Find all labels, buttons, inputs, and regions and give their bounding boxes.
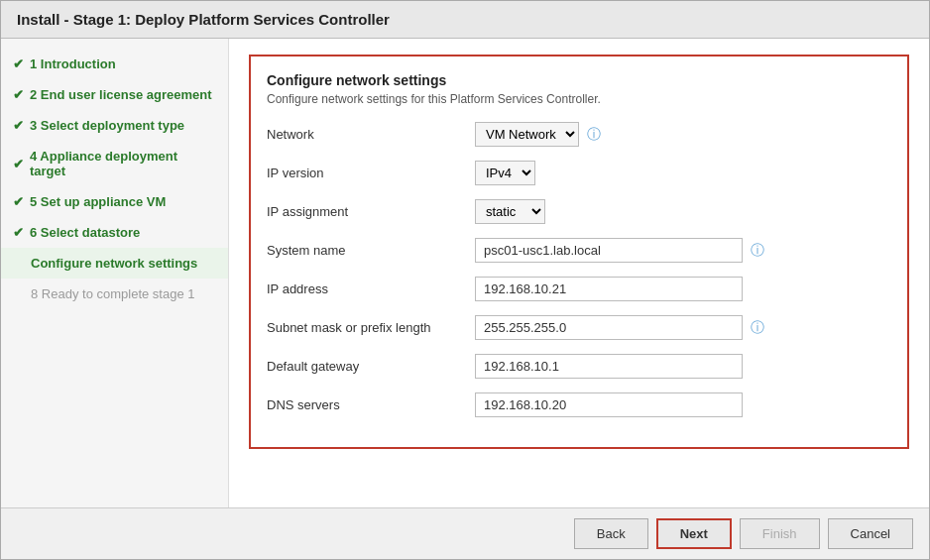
window-title: Install - Stage 1: Deploy Platform Servi…: [17, 11, 390, 28]
ip-version-select[interactable]: IPv4 IPv6: [475, 161, 535, 185]
system-name-label: System name: [267, 243, 475, 258]
sidebar-item-datastore[interactable]: ✔ 6 Select datastore: [1, 217, 228, 248]
ip-address-label: IP address: [267, 281, 475, 296]
ip-version-label: IP version: [267, 166, 475, 180]
sidebar-label-intro: 1 Introduction: [30, 56, 116, 71]
check-icon-deploy-target: ✔: [13, 157, 24, 171]
dns-servers-label: DNS servers: [267, 397, 475, 412]
ip-assignment-row: IP assignment static DHCP: [267, 199, 891, 224]
dns-servers-row: DNS servers: [267, 392, 891, 417]
cancel-button[interactable]: Cancel: [828, 518, 913, 549]
subnet-mask-input-area: ⓘ: [475, 315, 891, 340]
system-name-input[interactable]: [475, 238, 743, 263]
main-content: ✔ 1 Introduction ✔ 2 End user license ag…: [1, 39, 929, 507]
sidebar-item-network[interactable]: Configure network settings: [1, 248, 228, 279]
sidebar: ✔ 1 Introduction ✔ 2 End user license ag…: [1, 39, 229, 507]
subnet-mask-label: Subnet mask or prefix length: [267, 320, 475, 335]
main-window: Install - Stage 1: Deploy Platform Servi…: [0, 0, 930, 560]
default-gateway-input[interactable]: [475, 354, 743, 379]
panel-title: Configure network settings: [267, 72, 891, 88]
system-name-info-icon[interactable]: ⓘ: [751, 242, 764, 260]
default-gateway-label: Default gateway: [267, 359, 475, 374]
check-icon-setup-vm: ✔: [13, 194, 24, 209]
sidebar-label-setup-vm: 5 Set up appliance VM: [30, 194, 166, 209]
sidebar-item-eula[interactable]: ✔ 2 End user license agreement: [1, 79, 228, 110]
ip-assignment-input-area: static DHCP: [475, 199, 891, 224]
sidebar-label-datastore: 6 Select datastore: [30, 225, 140, 240]
network-row: Network VM Network ⓘ: [267, 122, 891, 147]
network-input-area: VM Network ⓘ: [475, 122, 891, 147]
title-bar: Install - Stage 1: Deploy Platform Servi…: [1, 1, 929, 39]
dns-servers-input[interactable]: [475, 392, 743, 417]
sidebar-item-complete: 8 Ready to complete stage 1: [1, 279, 228, 309]
no-icon-network: [13, 256, 31, 271]
default-gateway-row: Default gateway: [267, 354, 891, 379]
sidebar-item-deploy-target[interactable]: ✔ 4 Appliance deployment target: [1, 141, 228, 186]
check-icon-datastore: ✔: [13, 225, 24, 240]
system-name-input-area: ⓘ: [475, 238, 891, 263]
ip-assignment-label: IP assignment: [267, 204, 475, 219]
sidebar-item-setup-vm[interactable]: ✔ 5 Set up appliance VM: [1, 186, 228, 217]
form-panel: Configure network settings Configure net…: [249, 55, 909, 449]
network-label: Network: [267, 127, 475, 142]
ip-address-input-area: [475, 277, 891, 301]
ip-assignment-select[interactable]: static DHCP: [475, 199, 545, 224]
content-area: Configure network settings Configure net…: [229, 39, 929, 507]
check-icon-deploy-type: ✔: [13, 118, 24, 133]
ip-address-row: IP address: [267, 277, 891, 301]
no-icon-complete: [13, 286, 31, 301]
sidebar-label-network: Configure network settings: [31, 256, 197, 271]
check-icon-intro: ✔: [13, 56, 24, 71]
ip-version-input-area: IPv4 IPv6: [475, 161, 891, 185]
default-gateway-input-area: [475, 354, 891, 379]
subnet-mask-row: Subnet mask or prefix length ⓘ: [267, 315, 891, 340]
network-info-icon[interactable]: ⓘ: [587, 126, 601, 144]
sidebar-label-eula: 2 End user license agreement: [30, 87, 212, 102]
sidebar-label-deploy-target: 4 Appliance deployment target: [30, 149, 216, 178]
ip-address-input[interactable]: [475, 277, 743, 301]
network-select[interactable]: VM Network: [475, 122, 579, 147]
sidebar-item-deploy-type[interactable]: ✔ 3 Select deployment type: [1, 110, 228, 141]
check-icon-eula: ✔: [13, 87, 24, 102]
ip-version-row: IP version IPv4 IPv6: [267, 161, 891, 185]
finish-button[interactable]: Finish: [740, 518, 820, 549]
system-name-row: System name ⓘ: [267, 238, 891, 263]
sidebar-label-complete: 8 Ready to complete stage 1: [31, 286, 195, 301]
subnet-mask-input[interactable]: [475, 315, 743, 340]
back-button[interactable]: Back: [574, 518, 648, 549]
sidebar-item-intro[interactable]: ✔ 1 Introduction: [1, 49, 228, 79]
dns-servers-input-area: [475, 392, 891, 417]
panel-subtitle: Configure network settings for this Plat…: [267, 92, 891, 106]
footer: Back Next Finish Cancel: [1, 507, 929, 559]
next-button[interactable]: Next: [656, 518, 732, 549]
sidebar-label-deploy-type: 3 Select deployment type: [30, 118, 184, 133]
subnet-mask-info-icon[interactable]: ⓘ: [751, 319, 764, 337]
